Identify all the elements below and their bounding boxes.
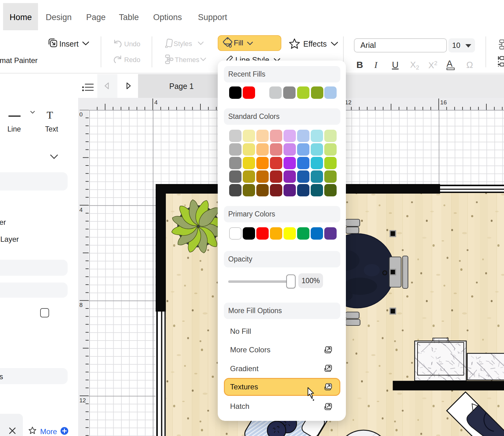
- svg-text:8: 8: [79, 302, 83, 308]
- svg-text:0: 0: [79, 111, 83, 118]
- svg-text:12: 12: [345, 99, 351, 106]
- svg-text:16: 16: [440, 99, 447, 106]
- svg-text:12: 12: [79, 397, 86, 404]
- svg-text:4: 4: [154, 99, 158, 106]
- svg-text:4: 4: [79, 207, 83, 213]
